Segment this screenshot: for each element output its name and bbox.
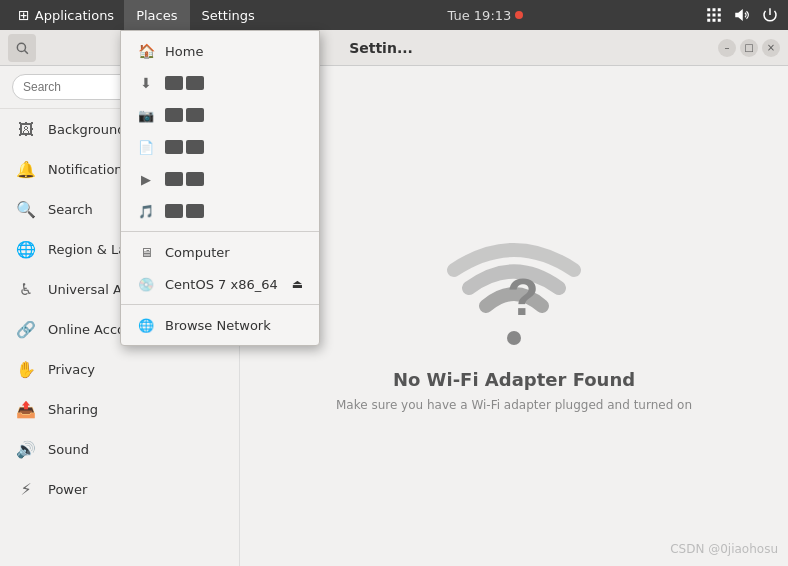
menu-item-label: CentOS 7 x86_64 bbox=[165, 277, 278, 292]
download-icon: ⬇ bbox=[137, 74, 155, 92]
window-titlebar: Settin... – □ × bbox=[0, 30, 788, 66]
videos-icon: ▶ bbox=[137, 170, 155, 188]
sidebar-item-label: Background bbox=[48, 122, 126, 137]
applications-menu[interactable]: ⊞ Applications bbox=[8, 0, 124, 30]
svg-marker-9 bbox=[735, 9, 743, 21]
wifi-icon-wrap: ? bbox=[439, 220, 589, 353]
network-icon[interactable] bbox=[704, 5, 724, 25]
menu-item-blurred-3[interactable]: 📄 bbox=[121, 131, 319, 163]
settings-menu-btn[interactable]: Settings bbox=[190, 0, 267, 30]
sidebar-item-label: Sound bbox=[48, 442, 89, 457]
home-icon: 🏠 bbox=[137, 42, 155, 60]
volume-icon[interactable] bbox=[732, 5, 752, 25]
notifications-icon: 🔔 bbox=[16, 159, 36, 179]
documents-icon: 📄 bbox=[137, 138, 155, 156]
settings-label: Settings bbox=[202, 8, 255, 23]
main-content: 🖼 Background 🔔 Notifications 🔍 Search 🌐 … bbox=[0, 66, 788, 566]
svg-point-10 bbox=[17, 43, 25, 51]
no-wifi-message: ? No Wi-Fi Adapter Found Make sure you h… bbox=[336, 220, 692, 412]
menu-separator-1 bbox=[121, 231, 319, 232]
blurred-text bbox=[186, 108, 204, 122]
watermark: CSDN @0jiaohosu bbox=[670, 542, 778, 556]
power-icon[interactable] bbox=[760, 5, 780, 25]
blurred-text bbox=[186, 204, 204, 218]
menu-item-label bbox=[165, 76, 204, 90]
datetime-display: Tue 19:13 bbox=[448, 8, 512, 23]
blurred-text bbox=[165, 140, 183, 154]
svg-rect-4 bbox=[713, 14, 716, 17]
menu-item-label bbox=[165, 172, 204, 186]
sidebar-item-label: Notifications bbox=[48, 162, 129, 177]
sidebar-item-privacy[interactable]: ✋ Privacy bbox=[0, 349, 239, 389]
svg-line-11 bbox=[24, 50, 28, 54]
sidebar-item-label: Sharing bbox=[48, 402, 98, 417]
svg-point-13 bbox=[507, 331, 521, 345]
topbar: ⊞ Applications Places Settings Tue 19:13 bbox=[0, 0, 788, 30]
disc-icon: 💿 bbox=[137, 275, 155, 293]
status-dot bbox=[515, 11, 523, 19]
region-icon: 🌐 bbox=[16, 239, 36, 259]
places-dropdown-menu: 🏠 Home ⬇ 📷 📄 ▶ 🎵 bbox=[120, 30, 320, 346]
window-controls: – □ × bbox=[718, 39, 780, 57]
menu-item-blurred-4[interactable]: ▶ bbox=[121, 163, 319, 195]
minimize-button[interactable]: – bbox=[718, 39, 736, 57]
close-button[interactable]: × bbox=[762, 39, 780, 57]
maximize-button[interactable]: □ bbox=[740, 39, 758, 57]
eject-icon[interactable]: ⏏ bbox=[292, 277, 303, 291]
menu-item-blurred-1[interactable]: ⬇ bbox=[121, 67, 319, 99]
svg-rect-3 bbox=[707, 14, 710, 17]
computer-icon: 🖥 bbox=[137, 243, 155, 261]
topbar-left: ⊞ Applications Places Settings bbox=[8, 0, 267, 30]
no-wifi-subtitle: Make sure you have a Wi-Fi adapter plugg… bbox=[336, 398, 692, 412]
svg-text:?: ? bbox=[507, 268, 539, 326]
universal-icon: ♿ bbox=[16, 279, 36, 299]
blurred-text bbox=[186, 76, 204, 90]
privacy-icon: ✋ bbox=[16, 359, 36, 379]
places-menu-btn[interactable]: Places bbox=[124, 0, 189, 30]
svg-rect-6 bbox=[707, 19, 710, 22]
sidebar-item-label: Search bbox=[48, 202, 93, 217]
menu-item-blurred-5[interactable]: 🎵 bbox=[121, 195, 319, 227]
sidebar-item-label: Privacy bbox=[48, 362, 95, 377]
sidebar-item-sound[interactable]: 🔊 Sound bbox=[0, 429, 239, 469]
menu-item-home[interactable]: 🏠 Home bbox=[121, 35, 319, 67]
blurred-text bbox=[165, 204, 183, 218]
menu-item-centos[interactable]: 💿 CentOS 7 x86_64 ⏏ bbox=[121, 268, 319, 300]
online-icon: 🔗 bbox=[16, 319, 36, 339]
search-icon: 🔍 bbox=[16, 199, 36, 219]
menu-item-label: Computer bbox=[165, 245, 230, 260]
topbar-right bbox=[704, 5, 780, 25]
menu-item-browse-network[interactable]: 🌐 Browse Network bbox=[121, 309, 319, 341]
places-label: Places bbox=[136, 8, 177, 23]
menu-item-computer[interactable]: 🖥 Computer bbox=[121, 236, 319, 268]
blurred-text bbox=[165, 76, 183, 90]
sharing-icon: 📤 bbox=[16, 399, 36, 419]
blurred-text bbox=[165, 108, 183, 122]
no-wifi-icon: ? bbox=[439, 220, 589, 350]
svg-rect-1 bbox=[713, 8, 716, 11]
blurred-text bbox=[165, 172, 183, 186]
menu-item-blurred-2[interactable]: 📷 bbox=[121, 99, 319, 131]
svg-rect-0 bbox=[707, 8, 710, 11]
power-icon: ⚡ bbox=[16, 479, 36, 499]
music-icon: 🎵 bbox=[137, 202, 155, 220]
blurred-text bbox=[186, 172, 204, 186]
content-area: ? No Wi-Fi Adapter Found Make sure you h… bbox=[240, 66, 788, 566]
sound-icon: 🔊 bbox=[16, 439, 36, 459]
sidebar-item-sharing[interactable]: 📤 Sharing bbox=[0, 389, 239, 429]
svg-rect-5 bbox=[718, 14, 721, 17]
menu-item-label: Browse Network bbox=[165, 318, 271, 333]
pictures-icon: 📷 bbox=[137, 106, 155, 124]
menu-item-label bbox=[165, 204, 204, 218]
menu-separator-2 bbox=[121, 304, 319, 305]
sidebar-item-label: Power bbox=[48, 482, 87, 497]
menu-item-label bbox=[165, 140, 204, 154]
svg-rect-8 bbox=[718, 19, 721, 22]
blurred-text bbox=[186, 140, 204, 154]
app-grid-icon: ⊞ bbox=[18, 7, 30, 23]
sidebar-item-power[interactable]: ⚡ Power bbox=[0, 469, 239, 509]
titlebar-search-btn[interactable] bbox=[8, 34, 36, 62]
applications-label: Applications bbox=[35, 8, 114, 23]
svg-rect-2 bbox=[718, 8, 721, 11]
menu-item-label bbox=[165, 108, 204, 122]
